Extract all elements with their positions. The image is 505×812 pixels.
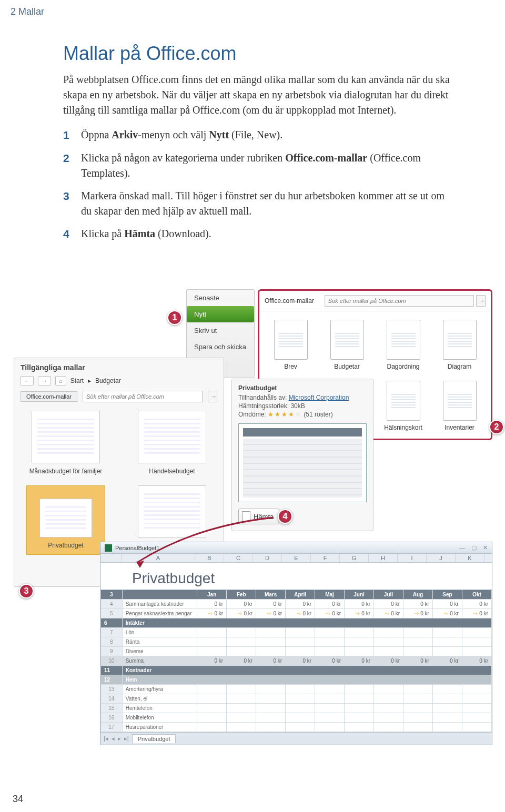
download-button[interactable]: Hämta — [238, 509, 279, 524]
template-thumb-icon — [274, 320, 308, 360]
template-detail-panel: Privatbudget Tillhandahålls av: Microsof… — [231, 379, 373, 531]
template-item[interactable]: Händelsebudget — [127, 411, 217, 475]
intro-paragraph: På webbplatsen Office.com finns det en m… — [63, 72, 452, 118]
gallery-category[interactable]: Inventarier — [431, 378, 488, 439]
template-item[interactable]: Månadsbudget för familjer — [21, 411, 111, 475]
step-number: 3 — [63, 188, 81, 219]
callout-2: 2 — [489, 420, 504, 434]
step-number: 4 — [63, 226, 81, 242]
template-thumb-icon — [387, 381, 420, 421]
document-icon — [242, 511, 250, 522]
step-text: Klicka på Hämta (Download). — [81, 226, 452, 242]
menu-item-save-send[interactable]: Spara och skicka — [187, 339, 254, 355]
window-title: PersonalBudget1 — [115, 545, 159, 551]
search-go-icon[interactable]: → — [476, 295, 486, 307]
maximize-icon[interactable]: ▢ — [471, 544, 477, 551]
sheet-title: Privatbudget — [100, 563, 492, 590]
search-go-icon[interactable]: → — [208, 391, 217, 402]
callout-1: 1 — [167, 310, 182, 325]
gallery-category[interactable]: Dagordning — [375, 317, 431, 378]
gallery-category[interactable]: Brev — [262, 317, 319, 378]
left-title: Tillgängliga mallar — [21, 363, 217, 372]
detail-title: Privatbudget — [238, 384, 367, 392]
spreadsheet-grid[interactable]: 3JanFebMarsAprilMajJuniJuliAugSepOkt4Sam… — [100, 590, 492, 732]
template-thumb-icon — [387, 320, 420, 360]
left-search-input[interactable] — [83, 391, 203, 402]
chevron-right-icon: ▸ — [88, 377, 91, 384]
menu-item-recent[interactable]: Senaste — [187, 290, 254, 306]
template-thumb-icon — [32, 411, 100, 463]
forward-icon[interactable]: → — [38, 376, 51, 385]
back-icon[interactable]: ← — [21, 376, 34, 385]
page-number: 34 — [13, 794, 23, 805]
sheet-nav-next-icon[interactable]: ▸ — [118, 735, 121, 742]
menu-item-new[interactable]: Nytt — [187, 306, 254, 322]
provider-link[interactable]: Microsoft Corporation — [289, 394, 349, 401]
template-item-selected[interactable]: Privatbudget — [21, 485, 111, 555]
step-text: Klicka på någon av kategorierna under ru… — [81, 150, 452, 181]
gallery-search-input[interactable] — [325, 295, 474, 307]
section-title: Mallar på Office.com — [63, 43, 505, 65]
gallery-category[interactable]: Diagram — [431, 317, 488, 378]
template-thumb-icon — [330, 320, 364, 360]
sheet-nav-last-icon[interactable]: ▸| — [124, 735, 129, 742]
step-text: Öppna Arkiv-menyn och välj Nytt (File, N… — [81, 127, 452, 143]
crumb-start[interactable]: Start — [70, 377, 84, 384]
template-thumb-icon — [138, 411, 206, 463]
callout-3: 3 — [19, 584, 34, 598]
star-rating-icon: ★★★★☆ — [268, 411, 302, 418]
filter-tag[interactable]: Office.com-mallar — [21, 391, 77, 402]
minimize-icon[interactable]: — — [459, 544, 465, 551]
gallery-heading: Office.com-mallar — [265, 297, 314, 304]
step-text: Markera önskad mall. Till höger i fönstr… — [81, 188, 452, 219]
page-header: 2 Mallar — [0, 0, 505, 22]
gallery-category[interactable]: Hälsningskort — [375, 378, 431, 439]
gallery-category[interactable]: Budgetar — [319, 317, 375, 378]
sheet-nav-first-icon[interactable]: |◂ — [104, 735, 108, 742]
template-thumb-icon — [39, 499, 92, 537]
close-icon[interactable]: ✕ — [483, 544, 488, 551]
template-thumb-icon — [443, 381, 477, 421]
step-number: 1 — [63, 127, 81, 143]
sheet-nav-prev-icon[interactable]: ◂ — [112, 735, 115, 742]
step-number: 2 — [63, 150, 81, 181]
sheet-tab[interactable]: Privatbudget — [132, 734, 176, 743]
template-thumb-icon — [443, 320, 477, 360]
breadcrumb: ← → ⌂ Start ▸ Budgetar — [21, 376, 217, 385]
instruction-list: 1 Öppna Arkiv-menyn och välj Nytt (File,… — [63, 127, 452, 242]
excel-window: PersonalBudget1 — ▢ ✕ ABCDEFGHIJK Privat… — [100, 542, 492, 745]
callout-4: 4 — [278, 509, 292, 524]
menu-item-print[interactable]: Skriv ut — [187, 322, 254, 339]
crumb-category[interactable]: Budgetar — [95, 377, 121, 384]
column-headers: ABCDEFGHIJK — [100, 554, 492, 563]
detail-preview — [238, 423, 367, 502]
template-thumb-icon — [138, 485, 206, 538]
home-icon[interactable]: ⌂ — [55, 376, 66, 385]
excel-icon — [105, 544, 112, 552]
